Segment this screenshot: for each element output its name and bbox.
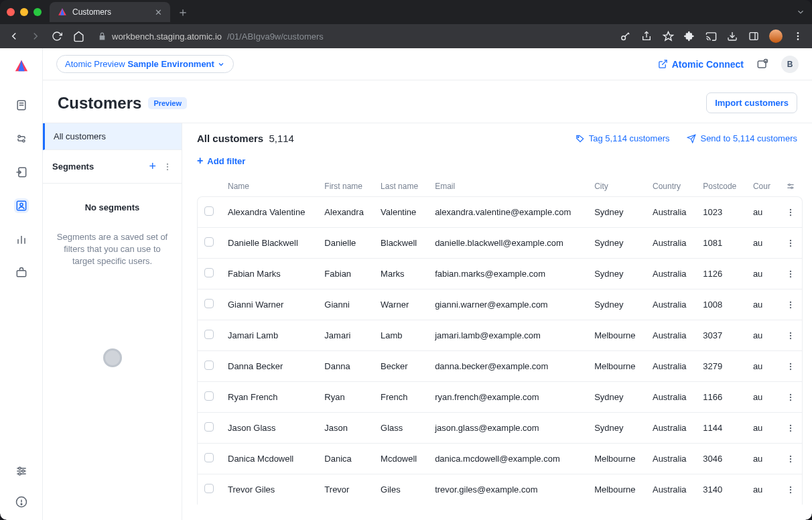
row-menu-icon[interactable] <box>779 474 803 505</box>
add-filter-button[interactable]: + Add filter <box>182 148 812 176</box>
row-checkbox[interactable] <box>204 299 214 308</box>
cell-name: Danica Mcdowell <box>221 443 318 474</box>
row-checkbox[interactable] <box>204 453 214 462</box>
reload-button[interactable] <box>51 30 63 42</box>
import-customers-button[interactable]: Import customers <box>706 92 797 113</box>
row-menu-icon[interactable] <box>779 381 803 412</box>
col-last[interactable]: Last name <box>374 176 428 196</box>
table-settings-icon[interactable] <box>779 176 803 196</box>
nav-import-icon[interactable] <box>14 165 29 180</box>
svg-point-48 <box>790 306 791 308</box>
segments-menu-icon[interactable] <box>163 162 172 172</box>
sidepanel-icon[interactable] <box>748 30 760 42</box>
url-host: workbench.staging.atomic.io <box>112 31 222 42</box>
nav-customers-icon[interactable] <box>14 198 29 213</box>
cell-first: Fabian <box>318 258 374 289</box>
svg-point-37 <box>790 208 791 210</box>
profile-avatar[interactable] <box>769 29 783 43</box>
col-country[interactable]: Country <box>646 176 696 196</box>
atomic-connect-link[interactable]: Atomic Connect <box>658 59 744 70</box>
row-menu-icon[interactable] <box>779 258 803 289</box>
col-first[interactable]: First name <box>318 176 374 196</box>
close-window-icon[interactable] <box>7 8 15 16</box>
customers-table-wrap[interactable]: Name First name Last name Email City Cou… <box>182 176 812 520</box>
cell-country: Australia <box>646 350 696 381</box>
row-menu-icon[interactable] <box>779 227 803 258</box>
row-checkbox[interactable] <box>204 391 214 401</box>
nav-cards-icon[interactable] <box>14 98 29 113</box>
environment-selector[interactable]: Atomic Preview Sample Environment <box>56 55 234 73</box>
cast-icon[interactable] <box>705 30 717 42</box>
row-menu-icon[interactable] <box>779 289 803 320</box>
row-checkbox[interactable] <box>204 268 214 277</box>
tabs-overflow-icon[interactable] <box>796 7 805 17</box>
cell-email: gianni.warner@example.com <box>428 289 588 320</box>
row-menu-icon[interactable] <box>779 412 803 443</box>
window-controls[interactable] <box>7 8 42 16</box>
browser-tab[interactable]: Customers ✕ <box>50 2 170 22</box>
col-name[interactable]: Name <box>221 176 318 196</box>
send-customers-link[interactable]: Send to 5,114 customers <box>687 133 797 143</box>
row-menu-icon[interactable] <box>779 443 803 474</box>
table-row[interactable]: Ryan FrenchRyanFrenchryan.french@example… <box>197 381 803 412</box>
maximize-window-icon[interactable] <box>33 8 42 16</box>
table-row[interactable]: Danna BeckerDannaBeckerdanna.becker@exam… <box>197 350 803 381</box>
home-button[interactable] <box>72 30 84 42</box>
table-row[interactable]: Gianni WarnerGianniWarnergianni.warner@e… <box>197 289 803 320</box>
row-checkbox[interactable] <box>204 361 214 370</box>
svg-point-47 <box>790 304 791 305</box>
row-menu-icon[interactable] <box>779 196 803 227</box>
browser-menu-icon[interactable] <box>792 30 804 42</box>
table-row[interactable]: Jamari LambJamariLambjamari.lamb@example… <box>197 320 803 350</box>
row-checkbox[interactable] <box>204 237 214 247</box>
cell-first: Jason <box>318 412 374 443</box>
svg-point-65 <box>790 489 791 490</box>
table-row[interactable]: Alexandra ValentineAlexandraValentineale… <box>197 196 803 227</box>
nav-actions-icon[interactable] <box>14 131 29 146</box>
lock-icon <box>98 32 107 41</box>
table-row[interactable]: Danielle BlackwellDanielleBlackwelldanie… <box>197 227 803 258</box>
nav-tools-icon[interactable] <box>14 265 29 280</box>
table-row[interactable]: Danica McdowellDanicaMcdowelldanica.mcdo… <box>197 443 803 474</box>
col-city[interactable]: City <box>588 176 646 196</box>
app-logo-icon[interactable] <box>14 59 29 74</box>
extensions-icon[interactable] <box>683 30 695 42</box>
svg-point-21 <box>18 467 20 469</box>
nav-help-icon[interactable] <box>14 495 29 509</box>
cell-country: Australia <box>646 474 696 505</box>
all-customers-item[interactable]: All customers <box>43 123 182 150</box>
share-icon[interactable] <box>640 30 653 42</box>
nav-settings-icon[interactable] <box>14 464 29 478</box>
col-cour[interactable]: Cour <box>746 176 779 196</box>
col-postcode[interactable]: Postcode <box>696 176 746 196</box>
user-menu[interactable]: B <box>781 56 799 73</box>
table-row[interactable]: Trevor GilesTrevorGilestrevor.giles@exam… <box>197 474 803 505</box>
col-email[interactable]: Email <box>428 176 588 196</box>
key-icon[interactable] <box>619 30 631 42</box>
svg-point-59 <box>790 427 791 428</box>
tag-customers-link[interactable]: Tag 5,114 customers <box>576 133 670 143</box>
bookmark-icon[interactable] <box>662 30 674 42</box>
table-row[interactable]: Jason GlassJasonGlassjason.glass@example… <box>197 412 803 443</box>
close-tab-icon[interactable]: ✕ <box>155 7 162 17</box>
new-tab-button[interactable]: ＋ <box>177 4 189 20</box>
notifications-icon[interactable] <box>756 58 769 71</box>
minimize-window-icon[interactable] <box>20 8 28 16</box>
row-menu-icon[interactable] <box>779 350 803 381</box>
row-checkbox[interactable] <box>204 330 214 339</box>
svg-point-46 <box>790 301 791 302</box>
row-checkbox[interactable] <box>204 484 214 493</box>
cell-first: Trevor <box>318 474 374 505</box>
table-row[interactable]: Fabian MarksFabianMarksfabian.marks@exam… <box>197 258 803 289</box>
nav-analytics-icon[interactable] <box>14 232 29 247</box>
add-segment-button[interactable]: + <box>149 159 156 174</box>
customers-table: Name First name Last name Email City Cou… <box>197 176 803 505</box>
row-checkbox[interactable] <box>204 422 214 432</box>
address-bar[interactable]: workbench.staging.atomic.io/01/ABIgva9w/… <box>94 31 610 42</box>
favicon-icon <box>58 7 67 17</box>
download-icon[interactable] <box>726 30 738 42</box>
forward-button[interactable] <box>29 30 42 42</box>
row-menu-icon[interactable] <box>779 320 803 350</box>
row-checkbox[interactable] <box>204 206 214 216</box>
back-button[interactable] <box>8 30 20 42</box>
